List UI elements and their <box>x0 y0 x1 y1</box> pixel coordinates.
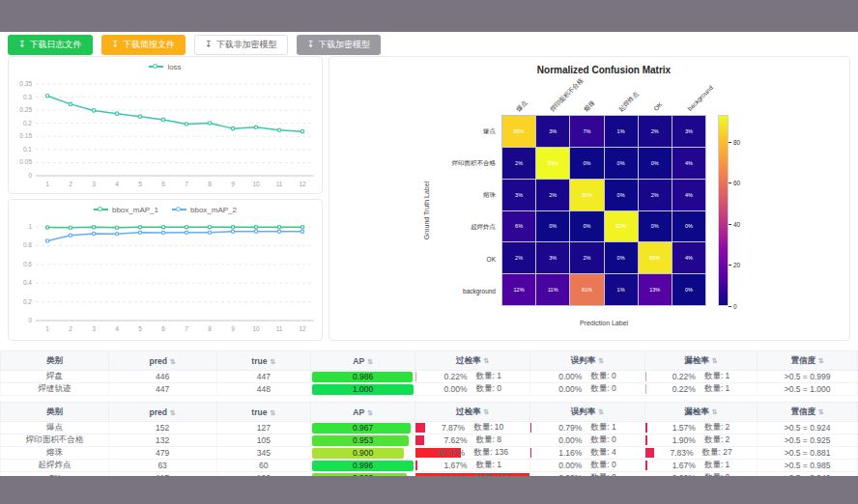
column-header-AP[interactable]: AP⇅ <box>311 351 415 371</box>
colorbar-tick-mark <box>729 182 731 183</box>
sort-icon[interactable]: ⇅ <box>270 358 275 365</box>
confusion-column-label: OK <box>652 100 664 112</box>
sort-icon[interactable]: ⇅ <box>818 357 824 364</box>
cell-pred: 446 <box>108 371 216 383</box>
rate-count: 数量: 1 <box>704 371 729 382</box>
sort-icon[interactable]: ⇅ <box>598 408 604 415</box>
download-log-button[interactable]: ↧ 下载日志文件 <box>8 35 93 55</box>
svg-text:0.2: 0.2 <box>23 298 32 305</box>
legend-item-loss[interactable]: loss <box>149 63 181 71</box>
loss-chart-card: loss 00.050.10.150.20.250.30.35123456789… <box>8 56 323 194</box>
column-header-置信度[interactable]: 置信度⇅ <box>758 403 858 422</box>
metrics-tables: 类别pred⇅true⇅AP⇅过检率⇅误判率⇅漏检率⇅置信度⇅焊盘4464470… <box>0 350 858 485</box>
bottom-window-bar <box>0 476 858 504</box>
loss-chart-legend[interactable]: loss <box>9 57 322 76</box>
legend-item-bbox_mAP_2[interactable]: bbox_mAP_2 <box>172 206 237 214</box>
svg-text:0.3: 0.3 <box>23 94 32 100</box>
cell-category: 焊印面积不合格 <box>1 434 109 447</box>
confusion-matrix-heatmap: 85%3%7%1%2%3%2%93%0%0%0%4%3%2%90%0%2%4%6… <box>501 115 706 306</box>
legend-dot-icon <box>153 64 157 69</box>
column-header-漏检率[interactable]: 漏检率⇅ <box>644 351 757 371</box>
cell-confidence: >0.5 = 0.999 <box>758 371 858 383</box>
column-header-true[interactable]: true⇅ <box>216 403 311 422</box>
rate-percent: 0.00% <box>443 384 467 394</box>
sort-icon[interactable]: ⇅ <box>484 357 490 364</box>
cell-overdetect-rate: 0.22%数量: 1 <box>415 371 530 383</box>
cell-overdetect-rate: 1.67%数量: 1 <box>415 460 530 472</box>
confusion-cell: 2% <box>502 242 535 273</box>
column-header-误判率[interactable]: 误判率⇅ <box>530 403 645 422</box>
confusion-cell: 3% <box>536 242 569 273</box>
rate-count: 数量: 0 <box>590 434 615 446</box>
rate-percent: 1.67% <box>672 461 696 470</box>
confusion-row-label: 起焊炸点 <box>349 222 496 231</box>
cell-category: 焊盘 <box>1 371 109 383</box>
cell-misjudge-rate: 0.00%数量: 0 <box>530 434 645 447</box>
column-header-pred[interactable]: pred⇅ <box>108 403 216 422</box>
rate-count: 数量: 2 <box>704 434 729 446</box>
map-chart-legend[interactable]: bbox_mAP_1bbox_mAP_2 <box>9 200 322 219</box>
cell-pred: 447 <box>108 383 216 396</box>
sort-icon[interactable]: ⇅ <box>270 409 275 416</box>
sort-icon[interactable]: ⇅ <box>712 357 718 364</box>
sort-icon[interactable]: ⇅ <box>367 358 373 365</box>
column-header-漏检率[interactable]: 漏检率⇅ <box>644 403 757 422</box>
column-header-AP[interactable]: AP⇅ <box>311 403 415 422</box>
cell-pred: 63 <box>108 460 216 472</box>
column-header-置信度[interactable]: 置信度⇅ <box>758 351 858 371</box>
table-row: 焊盘4464470.9860.22%数量: 10.00%数量: 00.22%数量… <box>1 371 858 383</box>
sort-icon[interactable]: ⇅ <box>170 358 176 365</box>
confusion-cell: 2% <box>502 148 535 179</box>
confusion-cell: 0% <box>639 148 672 179</box>
colorbar-tick-mark <box>729 306 731 307</box>
cell-confidence: >0.5 = 0.924 <box>758 422 858 434</box>
sort-icon[interactable]: ⇅ <box>712 408 718 415</box>
cell-misjudge-rate: 0.00%数量: 0 <box>530 371 645 383</box>
cell-overdetect-rate: 7.62%数量: 8 <box>415 434 530 447</box>
sort-icon[interactable]: ⇅ <box>484 408 490 415</box>
legend-line-icon <box>94 209 108 210</box>
confusion-cell: 0% <box>570 148 603 179</box>
confusion-matrix-colorbar <box>718 115 729 306</box>
download-report-button[interactable]: ↧ 下载简报文件 <box>101 35 186 55</box>
cell-true: 105 <box>216 434 311 447</box>
rate-bar <box>415 435 424 445</box>
svg-text:7: 7 <box>185 181 188 187</box>
column-header-pred[interactable]: pred⇅ <box>108 351 216 371</box>
svg-text:5: 5 <box>138 181 142 187</box>
cell-miss-rate: 0.22%数量: 1 <box>644 383 757 396</box>
confusion-cell: 0% <box>605 148 638 179</box>
rate-percent: 1.16% <box>558 448 582 458</box>
confusion-cell: 92% <box>605 211 638 242</box>
sort-icon[interactable]: ⇅ <box>367 409 373 416</box>
svg-text:3: 3 <box>92 325 96 332</box>
svg-text:10: 10 <box>252 181 260 187</box>
svg-text:0.35: 0.35 <box>19 80 32 87</box>
cell-ap: 0.996 <box>311 460 415 472</box>
svg-text:0.15: 0.15 <box>19 132 32 139</box>
colorbar-tick-mark <box>729 224 731 225</box>
confusion-cell: 3% <box>536 116 569 147</box>
confusion-cell: 89% <box>639 242 672 273</box>
download-encrypted-model-button[interactable]: ↧ 下载加密模型 <box>297 35 382 55</box>
column-header-过检率[interactable]: 过检率⇅ <box>415 403 530 422</box>
legend-item-bbox_mAP_1[interactable]: bbox_mAP_1 <box>94 206 158 214</box>
column-header-过检率[interactable]: 过检率⇅ <box>415 351 530 371</box>
legend-label: bbox_mAP_2 <box>190 206 237 214</box>
sort-icon[interactable]: ⇅ <box>170 409 176 416</box>
cell-misjudge-rate: 0.79%数量: 1 <box>530 422 645 434</box>
column-header-误判率[interactable]: 误判率⇅ <box>530 351 645 371</box>
download-report-label: 下载简报文件 <box>123 41 175 49</box>
download-log-label: 下载日志文件 <box>30 41 82 49</box>
colorbar-tick-mark <box>729 265 731 266</box>
confusion-cell: 61% <box>570 274 603 305</box>
confusion-cell: 93% <box>536 148 569 179</box>
svg-text:1: 1 <box>45 181 49 187</box>
download-unencrypted-model-label: 下载非加密模型 <box>216 41 277 49</box>
download-unencrypted-model-button[interactable]: ↧ 下载非加密模型 <box>194 35 288 55</box>
confusion-cell: 11% <box>536 274 569 305</box>
column-header-true[interactable]: true⇅ <box>216 351 311 371</box>
sort-icon[interactable]: ⇅ <box>818 408 824 415</box>
sort-icon[interactable]: ⇅ <box>598 357 604 364</box>
cell-ap: 0.900 <box>311 447 415 460</box>
